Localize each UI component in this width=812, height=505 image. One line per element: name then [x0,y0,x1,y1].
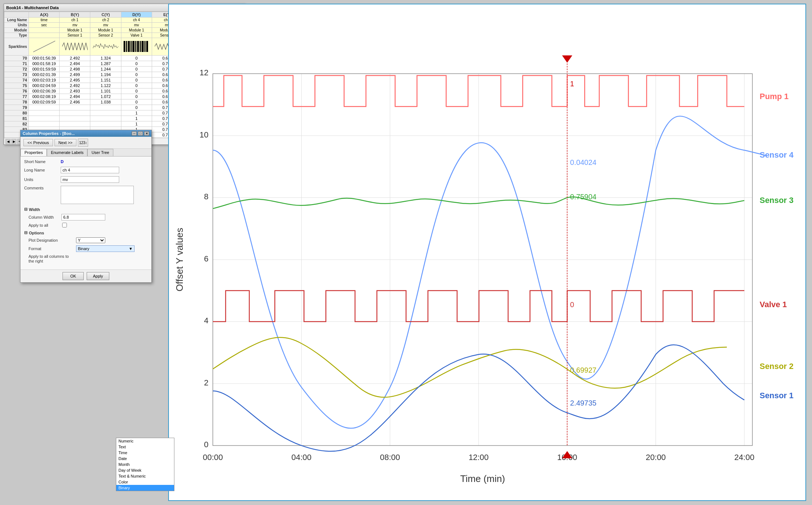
format-select-container: Binary ▼ [76,245,135,252]
apply-button[interactable]: Apply [87,272,109,280]
meta-dy-type: Valve 1 [121,33,152,38]
series-label-pump1: Pump 1 [760,92,789,101]
tab-enumerate-labels[interactable]: Enumerate Labels [47,149,87,156]
sparkline-cy [90,38,121,56]
long-name-row: Long Name [24,167,148,173]
series-label-valve1: Valve 1 [760,300,787,309]
y-tick-8: 8 [204,192,208,201]
dd-item-numeric[interactable]: Numeric [116,438,174,444]
dd-item-text[interactable]: Text [116,444,174,450]
dd-item-time[interactable]: Time [116,450,174,456]
sparkline-by [60,38,90,56]
format-select[interactable]: Binary ▼ [76,245,135,252]
ok-button[interactable]: OK [63,272,84,280]
col-props-footer: OK Apply [20,270,151,282]
meta-label-units: Units [4,23,29,28]
format-dropdown-arrow: ▼ [129,246,133,251]
meta-cy-type: Sensor 2 [90,33,121,38]
col-props-nav: << Previous Next >> 123↕ [20,137,151,149]
format-dropdown[interactable]: Numeric Text Time Date Month Day of Week… [116,438,174,491]
nav-icon-button[interactable]: 123↕ [78,139,88,147]
chart-area: 0 2 4 6 8 10 12 00:00 04:00 08:00 12:00 … [168,4,806,501]
col-header-cy[interactable]: C(Y) [90,12,121,18]
cp-close-button[interactable]: ✕ [144,131,149,136]
col-props-titlebar-controls: ─ □ ✕ [132,131,149,136]
next-button[interactable]: Next >> [54,139,77,146]
dd-item-date[interactable]: Date [116,456,174,461]
short-name-label: Short Name [24,159,61,164]
svg-rect-2 [126,41,127,52]
width-body: Column Width Apply to all [24,214,148,227]
col-props-titlebar: Column Properties - [Boo... ─ □ ✕ [20,130,151,137]
dd-item-color[interactable]: Color [116,479,174,485]
meta-label-type: Type [4,33,29,38]
options-section: ⊟ Options Plot Designation Y X Z Format [24,230,148,264]
col-props-body: Short Name D Long Name Units Comments ⊟ … [20,157,151,270]
nav-icon: 123↕ [79,141,87,145]
apply-to-all-checkbox[interactable] [62,223,67,227]
meta-by-longname: ch 1 [60,18,90,23]
series-label-sensor4: Sensor 4 [760,150,794,159]
meta-ax-units: sec [29,23,59,28]
scroll-left-btn[interactable]: ◀ [5,139,11,144]
units-input[interactable] [61,176,119,183]
col-width-input[interactable] [61,214,105,221]
short-name-value: D [61,159,64,164]
svg-rect-6 [135,41,136,52]
svg-rect-8 [140,41,141,52]
long-name-input[interactable] [61,167,119,173]
tab-properties[interactable]: Properties [20,149,47,156]
x-tick-0400: 04:00 [291,453,311,462]
meta-ax-module [29,28,59,33]
meta-by-type: Sensor 1 [60,33,90,38]
y-tick-6: 6 [204,254,208,263]
y-tick-0: 0 [204,440,208,449]
cp-restore-button[interactable]: □ [138,131,143,136]
cursor-val-pump1: 1 [570,80,574,88]
svg-rect-11 [146,41,148,52]
series-label-sensor2: Sensor 2 [760,362,794,371]
comments-input[interactable] [61,186,134,204]
format-label: Format [29,246,76,251]
prev-button[interactable]: << Previous [23,139,53,146]
plot-designation-select[interactable]: Y X Z [76,237,105,243]
svg-line-0 [33,41,55,52]
dd-item-textandnumeric[interactable]: Text & Numeric [116,473,174,479]
scroll-right-btn[interactable]: ▶ [11,139,16,144]
col-header-dy[interactable]: D(Y) [121,12,152,18]
format-selected-value: Binary [78,246,89,251]
cp-minimize-button[interactable]: ─ [132,131,137,136]
svg-rect-4 [131,41,132,52]
svg-rect-1 [124,41,125,52]
tab-user-tree[interactable]: User Tree [87,149,113,156]
dd-item-dayofweek[interactable]: Day of Week [116,467,174,473]
meta-cy-module: Module 1 [90,28,121,33]
svg-rect-3 [128,41,130,52]
meta-dy-longname: ch 4 [121,18,152,23]
width-header: ⊟ Width [24,207,148,212]
cursor-val-valve1: 0 [570,301,574,309]
col-header-by[interactable]: B(Y) [60,12,90,18]
y-tick-12: 12 [200,68,208,77]
spreadsheet-title: Book14 - Multichannel Data [6,5,59,10]
meta-label-sparklines: Sparklines [4,38,29,56]
width-label: Width [29,207,40,212]
long-name-label: Long Name [24,168,61,172]
col-header-ax[interactable]: A(X) [29,12,59,18]
col-props-dialog: Column Properties - [Boo... ─ □ ✕ << Pre… [20,130,152,283]
svg-rect-24 [169,4,805,500]
y-tick-10: 10 [200,130,208,139]
short-name-row: Short Name D [24,159,148,164]
comments-row: Comments [24,186,148,204]
dd-item-binary[interactable]: Binary [116,485,174,491]
collapse-options-icon[interactable]: ⊟ [24,230,27,235]
col-props-title: Column Properties - [Boo... [23,131,75,136]
meta-by-units: mv [60,23,90,28]
dd-item-month[interactable]: Month [116,461,174,467]
corner-cell [4,12,29,18]
x-tick-0800: 08:00 [380,453,400,462]
meta-label-longname: Long Name [4,18,29,23]
svg-rect-7 [137,41,139,52]
chart-svg: 0 2 4 6 8 10 12 00:00 04:00 08:00 12:00 … [169,4,805,500]
collapse-width-icon[interactable]: ⊟ [24,207,27,212]
